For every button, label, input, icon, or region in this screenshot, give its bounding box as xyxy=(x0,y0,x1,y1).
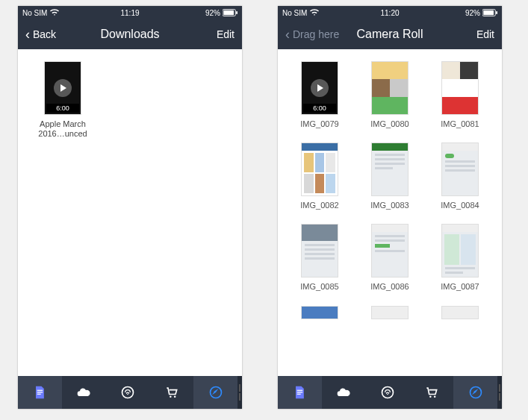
file-label: IMG_0080 xyxy=(370,119,409,129)
file-item[interactable]: IMG_0083 xyxy=(357,142,423,210)
svg-rect-15 xyxy=(297,392,303,392)
wifi-icon xyxy=(50,9,59,16)
tab-browser[interactable] xyxy=(193,376,237,409)
image-thumbnail xyxy=(371,61,409,115)
image-thumbnail xyxy=(371,142,409,196)
svg-point-8 xyxy=(170,396,172,398)
file-label: IMG_0086 xyxy=(370,282,409,292)
svg-point-19 xyxy=(429,396,432,398)
tab-bar xyxy=(278,376,502,409)
tab-documents[interactable] xyxy=(18,376,62,409)
edit-button[interactable]: Edit xyxy=(390,28,494,40)
tab-cloud[interactable] xyxy=(322,376,366,409)
image-thumbnail xyxy=(371,224,409,278)
back-button[interactable]: ‹ Back xyxy=(25,28,130,41)
screen-downloads: No SIM 11:19 92% ‹ Back Downloads Edit xyxy=(18,6,242,409)
svg-point-7 xyxy=(127,394,128,395)
file-item[interactable]: IMG_0080 xyxy=(357,61,423,129)
file-label: IMG_0087 xyxy=(441,282,479,292)
file-label: Apple March 2016…unced xyxy=(33,119,93,139)
file-item[interactable]: 6:00 Apple March 2016…unced xyxy=(33,61,93,139)
back-label: Back xyxy=(33,28,56,40)
svg-point-9 xyxy=(174,396,176,398)
tab-cloud[interactable] xyxy=(62,376,106,409)
nav-bar: ‹ Back Downloads Edit xyxy=(18,19,242,49)
file-label: IMG_0081 xyxy=(441,119,479,129)
duration-badge: 6:00 xyxy=(303,104,336,113)
svg-rect-4 xyxy=(37,392,43,392)
clock-label: 11:19 xyxy=(94,9,166,17)
file-item[interactable] xyxy=(357,306,423,319)
svg-rect-12 xyxy=(483,10,494,15)
file-item[interactable]: IMG_0082 xyxy=(287,142,352,210)
svg-rect-2 xyxy=(236,11,237,14)
play-icon xyxy=(54,79,72,97)
image-thumbnail xyxy=(301,142,338,196)
tab-bar xyxy=(18,376,242,409)
battery-percent: 92% xyxy=(465,9,480,17)
image-thumbnail xyxy=(441,306,479,319)
image-thumbnail xyxy=(371,306,409,319)
svg-point-18 xyxy=(387,394,388,395)
svg-rect-1 xyxy=(223,10,234,15)
file-label: IMG_0085 xyxy=(300,282,338,292)
tab-documents[interactable] xyxy=(278,376,322,409)
content-area[interactable]: 6:00 IMG_0079 IMG_0080 IMG_0081 xyxy=(278,49,502,376)
status-bar: No SIM 11:20 92% xyxy=(278,6,502,19)
file-item[interactable] xyxy=(427,306,493,319)
file-label: IMG_0083 xyxy=(370,201,409,210)
image-thumbnail xyxy=(441,224,479,278)
nav-bar: ‹ Drag here Camera Roll Edit xyxy=(278,19,502,49)
file-label: IMG_0079 xyxy=(300,119,338,129)
status-bar: No SIM 11:19 92% xyxy=(18,6,242,19)
image-thumbnail xyxy=(441,61,479,115)
carrier-label: No SIM xyxy=(22,9,47,17)
file-item[interactable]: IMG_0081 xyxy=(427,61,493,129)
tab-wifi-share[interactable] xyxy=(366,376,410,409)
image-thumbnail xyxy=(301,224,338,278)
file-item[interactable]: IMG_0084 xyxy=(427,142,493,210)
clock-label: 11:20 xyxy=(354,9,426,17)
tab-wifi-share[interactable] xyxy=(106,376,150,409)
svg-rect-16 xyxy=(297,394,301,395)
drag-handle-icon[interactable] xyxy=(497,376,502,409)
battery-icon xyxy=(223,9,237,16)
battery-icon xyxy=(482,9,497,16)
svg-rect-3 xyxy=(37,390,43,391)
wifi-icon xyxy=(310,9,319,16)
svg-rect-13 xyxy=(496,11,497,14)
screen-camera-roll: No SIM 11:20 92% ‹ Drag here Camera Roll… xyxy=(278,6,502,409)
tab-cart[interactable] xyxy=(409,376,453,409)
svg-point-20 xyxy=(434,396,436,398)
video-thumbnail: 6:00 xyxy=(44,61,81,115)
svg-rect-5 xyxy=(37,394,41,395)
back-button[interactable]: ‹ Drag here xyxy=(285,28,390,41)
image-thumbnail xyxy=(301,306,338,319)
svg-rect-14 xyxy=(297,390,303,391)
tab-browser[interactable] xyxy=(453,376,497,409)
image-thumbnail xyxy=(441,142,479,196)
tab-cart[interactable] xyxy=(149,376,193,409)
play-icon xyxy=(311,79,329,97)
file-item[interactable]: 6:00 IMG_0079 xyxy=(287,61,352,129)
file-label: IMG_0082 xyxy=(300,201,338,210)
file-item[interactable]: IMG_0086 xyxy=(357,224,423,292)
file-item[interactable]: IMG_0085 xyxy=(287,224,352,292)
chevron-left-icon: ‹ xyxy=(285,28,290,41)
duration-badge: 6:00 xyxy=(46,104,79,113)
file-label: IMG_0084 xyxy=(441,201,479,210)
file-item[interactable] xyxy=(287,306,352,319)
back-label: Drag here xyxy=(293,28,339,40)
content-area[interactable]: 6:00 Apple March 2016…unced xyxy=(18,49,242,376)
chevron-left-icon: ‹ xyxy=(25,28,30,41)
drag-handle-icon[interactable] xyxy=(237,376,242,409)
edit-button[interactable]: Edit xyxy=(130,28,235,40)
battery-percent: 92% xyxy=(205,9,220,17)
carrier-label: No SIM xyxy=(282,9,307,17)
file-item[interactable]: IMG_0087 xyxy=(427,224,493,292)
video-thumbnail: 6:00 xyxy=(301,61,338,115)
